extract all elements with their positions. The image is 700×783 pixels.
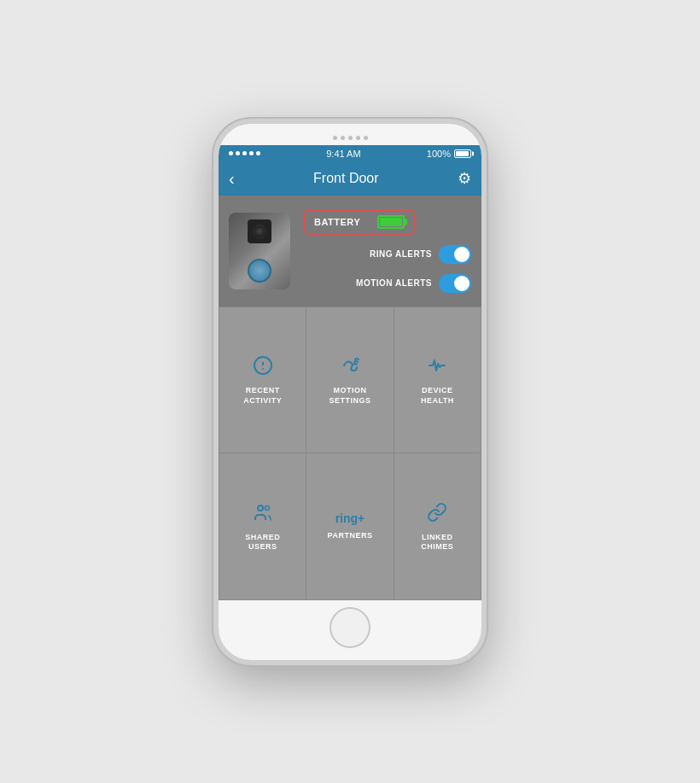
battery-badge: BATTERY [304,209,415,235]
battery-status: 100% [427,149,471,159]
speaker-dot [341,136,345,140]
speaker-dot [364,136,368,140]
svg-point-3 [258,505,263,511]
signal-dot [229,151,233,155]
battery-badge-label: BATTERY [314,217,360,227]
motion-icon [340,355,360,379]
alert-circle-icon [253,355,273,379]
status-time: 9:41 AM [326,149,360,159]
speaker-dot [333,136,337,140]
home-button[interactable] [330,607,370,648]
battery-pct-label: 100% [427,149,451,159]
link-icon [427,502,447,526]
pulse-icon [427,355,447,379]
ring-alerts-toggle[interactable] [439,245,471,264]
device-section: BATTERY RING ALERTS MOTION ALERTS [219,196,481,307]
device-health-label: DEVICEHEALTH [421,386,454,406]
grid-item-device-health[interactable]: DEVICEHEALTH [394,307,481,453]
speaker-dots [333,136,368,140]
signal-dot [242,151,247,155]
grid-section: RECENTACTIVITY MOTIONSETTINGS [219,307,481,600]
signal-dot [249,151,254,155]
battery-fill [456,151,469,156]
page-title: Front Door [313,171,378,186]
doorbell-image [229,213,290,289]
settings-button[interactable]: ⚙ [458,169,471,188]
battery-fill-full [380,218,402,226]
ring-alerts-row: RING ALERTS [304,245,471,264]
linked-chimes-label: LINKEDCHIMES [421,533,453,552]
status-bar: 9:41 AM 100% [219,145,481,162]
motion-alerts-label: MOTION ALERTS [356,278,432,288]
grid-item-motion-settings[interactable]: MOTIONSETTINGS [306,307,393,453]
app-body: BATTERY RING ALERTS MOTION ALERTS [219,196,481,600]
grid-item-partners[interactable]: ring+ PARTNERS [306,453,393,599]
device-controls: BATTERY RING ALERTS MOTION ALERTS [304,209,471,293]
ring-alerts-label: RING ALERTS [370,249,432,259]
signal-dot [256,151,260,155]
phone-shell: 9:41 AM 100% ‹ Front Door ⚙ BATTERY [213,119,487,665]
motion-settings-label: MOTIONSETTINGS [329,386,370,406]
svg-point-2 [262,368,264,370]
ring-plus-icon: ring+ [335,512,365,524]
partners-label: PARTNERS [328,531,373,541]
grid-item-linked-chimes[interactable]: LINKEDCHIMES [394,453,481,599]
battery-full-icon [377,215,405,229]
app-header: ‹ Front Door ⚙ [219,162,481,196]
doorbell-camera [248,219,271,243]
shared-users-label: SHAREDUSERS [245,533,280,552]
grid-item-recent-activity[interactable]: RECENTACTIVITY [219,307,306,453]
battery-status-icon [454,149,471,158]
speaker-dot [348,136,353,140]
speaker-dot [356,136,360,140]
back-button[interactable]: ‹ [229,169,235,189]
svg-point-4 [265,505,269,510]
motion-alerts-toggle[interactable] [439,274,471,293]
users-icon [253,502,273,526]
motion-alerts-row: MOTION ALERTS [304,274,471,293]
signal-indicator [229,151,260,155]
grid-item-shared-users[interactable]: SHAREDUSERS [219,453,306,599]
doorbell-button-ring [248,259,271,283]
signal-dot [236,151,240,155]
recent-activity-label: RECENTACTIVITY [243,386,282,406]
